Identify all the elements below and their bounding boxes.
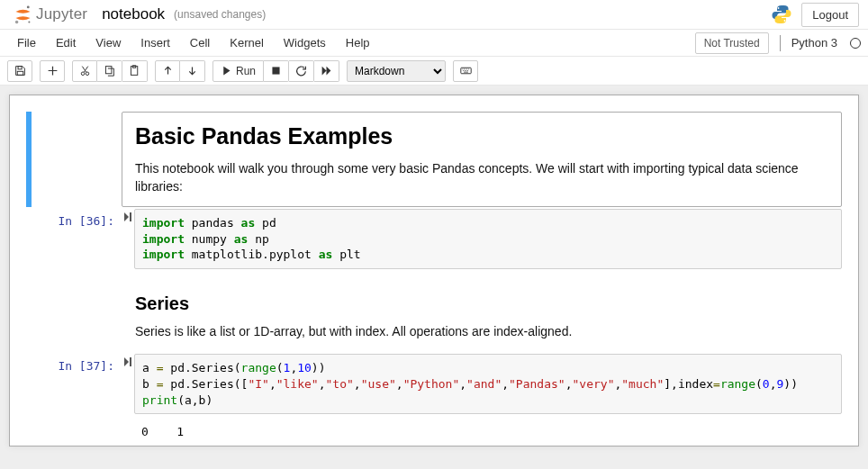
cell-output: 0 1 <box>134 421 842 438</box>
run-button[interactable]: Run <box>212 60 264 82</box>
markdown-cell[interactable]: Basic Pandas Examples This notebook will… <box>26 112 842 207</box>
cut-button[interactable] <box>72 60 97 82</box>
restart-run-all-button[interactable] <box>314 60 339 82</box>
logout-button[interactable]: Logout <box>801 3 859 27</box>
notebook-name[interactable]: notebook <box>102 5 165 23</box>
menu-help[interactable]: Help <box>336 32 380 53</box>
svg-rect-14 <box>130 212 131 221</box>
paste-button[interactable] <box>122 60 148 82</box>
cell-prompt <box>32 276 122 353</box>
restart-button[interactable] <box>289 60 314 82</box>
notebook: Basic Pandas Examples This notebook will… <box>9 95 859 446</box>
save-button[interactable] <box>7 60 32 82</box>
step-forward-icon <box>124 357 131 366</box>
code-cell[interactable]: In [37]: a = pd.Series(range(1,10)) b = … <box>26 354 842 414</box>
menu-file[interactable]: File <box>7 32 46 53</box>
menu-cell[interactable]: Cell <box>180 32 220 53</box>
app-header: Jupyter notebook (unsaved changes) Logou… <box>0 0 868 30</box>
markdown-rendered[interactable]: Basic Pandas Examples This notebook will… <box>122 112 842 207</box>
heading-1: Basic Pandas Examples <box>135 123 828 149</box>
cell-collapser <box>122 421 134 438</box>
copy-button[interactable] <box>97 60 122 82</box>
menu-view[interactable]: View <box>86 32 131 53</box>
arrow-up-icon <box>162 65 174 77</box>
menubar: File Edit View Insert Cell Kernel Widget… <box>0 30 868 57</box>
svg-point-3 <box>778 7 780 9</box>
svg-point-2 <box>28 21 30 23</box>
svg-rect-5 <box>18 67 22 69</box>
plus-icon <box>47 65 59 77</box>
stop-icon <box>270 65 282 77</box>
menu-kernel[interactable]: Kernel <box>220 32 274 53</box>
paragraph: Series is like a list or 1D-array, but w… <box>135 323 828 341</box>
code-cell[interactable]: In [36]: import pandas as pd import nump… <box>26 209 842 269</box>
cell-collapser[interactable] <box>122 209 134 269</box>
unsaved-indicator: (unsaved changes) <box>174 8 266 21</box>
play-icon <box>221 65 232 77</box>
interrupt-button[interactable] <box>264 60 289 82</box>
jupyter-logo-text: Jupyter <box>36 5 87 23</box>
menu-edit[interactable]: Edit <box>46 32 86 53</box>
copy-icon <box>104 65 115 77</box>
svg-point-7 <box>81 72 85 76</box>
code-input[interactable]: a = pd.Series(range(1,10)) b = pd.Series… <box>134 354 842 414</box>
code-input[interactable]: import pandas as pd import numpy as np i… <box>134 209 842 269</box>
menu-widgets[interactable]: Widgets <box>274 32 336 53</box>
fast-forward-icon <box>321 65 332 77</box>
svg-rect-12 <box>272 67 279 74</box>
move-up-button[interactable] <box>155 60 180 82</box>
paste-icon <box>129 65 140 77</box>
cell-collapser[interactable] <box>122 354 134 414</box>
paragraph: This notebook will walk you through some… <box>135 160 828 195</box>
kernel-status-icon <box>850 38 861 49</box>
step-forward-icon <box>124 212 131 221</box>
cell-type-select[interactable]: Markdown <box>347 60 446 82</box>
cell-prompt: In [37]: <box>32 354 122 414</box>
jupyter-logo[interactable]: Jupyter <box>13 5 87 25</box>
restart-icon <box>295 65 307 77</box>
markdown-rendered[interactable]: Series Series is like a list or 1D-array… <box>122 276 842 353</box>
svg-rect-9 <box>105 67 112 74</box>
divider <box>780 35 781 51</box>
cell-prompt <box>32 421 122 438</box>
svg-point-1 <box>15 20 18 23</box>
svg-rect-6 <box>17 71 23 75</box>
kernel-name[interactable]: Python 3 <box>791 36 839 50</box>
svg-rect-15 <box>130 357 131 366</box>
menu-insert[interactable]: Insert <box>131 32 180 53</box>
trust-button[interactable]: Not Trusted <box>695 32 769 54</box>
svg-point-4 <box>784 20 786 22</box>
toolbar: Run Markdown <box>0 57 868 86</box>
save-icon <box>14 65 26 77</box>
add-cell-button[interactable] <box>40 60 65 82</box>
run-label: Run <box>236 65 256 77</box>
python-icon <box>771 4 792 25</box>
output-cell: 0 1 <box>26 421 842 438</box>
cell-prompt <box>32 112 122 207</box>
svg-point-0 <box>27 5 30 8</box>
command-palette-button[interactable] <box>453 60 478 82</box>
heading-2: Series <box>135 293 828 314</box>
cut-icon <box>79 65 91 77</box>
svg-point-8 <box>86 72 89 76</box>
markdown-cell[interactable]: Series Series is like a list or 1D-array… <box>26 276 842 353</box>
move-down-button[interactable] <box>180 60 205 82</box>
jupyter-icon <box>13 5 33 25</box>
notebook-container: Basic Pandas Examples This notebook will… <box>0 86 868 469</box>
keyboard-icon <box>460 65 472 77</box>
cell-prompt: In [36]: <box>32 209 122 269</box>
arrow-down-icon <box>186 65 198 77</box>
